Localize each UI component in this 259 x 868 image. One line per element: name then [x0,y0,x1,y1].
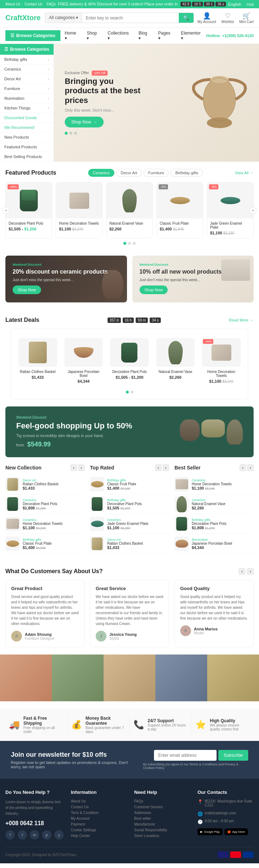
gallery-item[interactable] [104,655,155,701]
deal-card[interactable]: Natural Enamel Vase $2,260 [154,334,197,387]
sidebar-item-ceramics[interactable]: Ceramics› [0,64,54,74]
sidebar-item-recommended[interactable]: We Recommend! [0,123,54,132]
footer-link-help[interactable]: Help Center [71,834,127,838]
mini-product[interactable]: Decor Art Rattan Clothes Basket $1,433 [90,534,169,554]
hero-dot-1[interactable] [65,132,68,135]
testimonials-next-btn[interactable]: › [247,568,254,575]
next-btn[interactable]: › [249,207,256,214]
mini-product[interactable]: Decor Art Rattan Clothes Basket $1,433 [5,475,85,494]
nav-pages[interactable]: Pages ▾ [154,28,177,44]
footer-link-customer[interactable]: Customer Service [134,805,190,809]
browse-categories-btn[interactable]: ☰ Browse Categories [5,30,60,41]
footer-link-faq[interactable]: FAQs [134,799,190,803]
nav-collections[interactable]: Collections ▾ [103,28,134,44]
read-more-btn[interactable]: Read More → [229,318,254,322]
gallery-item[interactable] [155,655,207,701]
product-card[interactable]: -46% Decorative Plant Pots $1,505 - $1,2… [5,182,52,238]
mini-product[interactable]: Birthday gifts Decorative Plant Pots $1,… [90,494,169,514]
mini-product[interactable]: Ceramics Home Decoration Towels $1,100 $… [5,514,85,534]
footer-website[interactable]: craftxtradesign.com [205,811,236,815]
footer-link-social-responsibility[interactable]: Social Responsibility [134,828,190,832]
deal-card[interactable]: Japanese Porcelain Bowl $4,344 [63,334,105,387]
search-category-dropdown[interactable]: All categories ▾ [45,13,82,23]
hero-dot-3[interactable] [74,132,77,135]
dot[interactable] [128,242,131,245]
sidebar-item-birthday[interactable]: Birthday gifts› [0,55,54,64]
mini-product[interactable]: Ceramics Decorative Plant Pots $1,808 $1… [5,494,85,514]
mini-product[interactable]: Ceramics Home Decoration Towels $1,100 $… [174,475,254,494]
sidebar-item-featured[interactable]: Featured Products [0,142,54,152]
newsletter-subscribe-btn[interactable]: Subscribe [218,750,248,761]
sidebar-item-bestselling[interactable]: Best Selling Products [0,152,54,162]
newsletter-email-input[interactable] [154,750,217,761]
social-linkedin[interactable]: in [30,830,39,840]
hero-dot-2[interactable] [69,132,72,135]
product-card[interactable]: Natural Enamel Vase $2,260 [106,182,153,238]
tab-ceramics[interactable]: Ceramics [88,169,114,177]
col-next-btn[interactable]: › [247,464,254,471]
footer-link-manufacturer[interactable]: Manufacturer [134,822,190,826]
deal-card[interactable]: Decorative Plant Pots $1,505 - $1,200 [108,334,151,387]
wishlist-btn[interactable]: ♡ Wishlist [222,12,234,24]
language-selector[interactable]: English [228,2,241,6]
col-next-btn[interactable]: › [163,464,169,471]
sidebar-item-furniture[interactable]: Furniture› [0,84,54,94]
dot[interactable] [123,242,126,245]
social-pinterest[interactable]: p [42,830,51,840]
dot[interactable] [126,391,129,393]
prev-btn[interactable]: ‹ [3,207,10,214]
discount-shop-btn[interactable]: Shop Now [13,285,41,294]
gallery-item[interactable] [207,655,259,701]
app-store-badge[interactable]: 🍎 App Store [224,828,248,835]
footer-link-about[interactable]: About Us [71,799,127,803]
col-prev-btn[interactable]: ‹ [240,464,246,471]
deal-card[interactable]: Rattan Clothes Basket $1,433 [17,334,59,387]
view-all-btn[interactable]: View All → [235,171,254,175]
mini-product[interactable]: Birthday gifts Classic Fruit Plate $1,40… [5,534,85,554]
testimonials-prev-btn[interactable]: ‹ [239,568,245,575]
social-twitter[interactable]: t [18,830,27,840]
social-facebook[interactable]: f [5,830,15,840]
logo[interactable]: CraftXtore [5,14,41,22]
contact-link[interactable]: Contact Us [24,2,42,6]
mini-product[interactable]: Birthday gifts Decorative Plant Pots $1,… [174,514,254,534]
col-prev-btn[interactable]: ‹ [155,464,162,471]
nav-blog[interactable]: Blog ▾ [134,28,154,44]
hero-shop-btn[interactable]: Shop Now → [65,117,104,127]
tab-decor[interactable]: Decor Art [116,169,142,177]
mini-product[interactable]: Birthday gifts Classic Fruit Plate $1,40… [90,475,169,494]
nav-elementor[interactable]: Elementor ▾ [177,28,206,44]
about-link[interactable]: About Us [5,2,20,6]
footer-link-locations[interactable]: Store Locations [134,834,190,838]
mini-product[interactable]: Illumination Japanese Porcelain Bowl $4,… [174,534,254,554]
my-account-btn[interactable]: 👤 My Account [197,12,216,24]
sidebar-item-new[interactable]: New Products [0,132,54,142]
tab-birthday[interactable]: Birthday gifts [171,169,203,177]
product-card[interactable]: Home Decoration Towels $1,100 $3,240 [56,182,103,238]
sidebar-item-kitchen[interactable]: Kitchen Things› [0,103,54,113]
nav-shop[interactable]: Shop ▾ [82,28,103,44]
social-youtube[interactable]: y [54,830,64,840]
footer-link-addresses[interactable]: Addresses [134,811,190,815]
sidebar-item-decor[interactable]: Decor Art› [0,74,54,84]
product-card[interactable]: -0% Classic Fruit Plate $1,400 $1,945 [156,182,203,238]
footer-link-cookies[interactable]: Cookie Settings [71,828,127,832]
gallery-item[interactable] [0,655,52,701]
sidebar-item-discounted[interactable]: Discounted Goods [0,113,54,123]
currency-selector[interactable]: Usd [246,2,254,6]
search-button[interactable]: 🔍 [179,13,194,23]
gallery-item[interactable] [52,655,104,701]
deal-card[interactable]: -46% Home Decoration Towels $1,100 $3,24… [200,334,242,387]
cart-btn[interactable]: 🛒 Mini Cart [239,12,254,24]
tab-furniture[interactable]: Furniture [144,169,169,177]
discount-shop-btn[interactable]: Shop Now [140,285,168,294]
mini-product[interactable]: Ceramics Jade Green Enamel Plate $1,100 … [90,514,169,534]
dot[interactable] [131,391,133,393]
footer-link-bestseller[interactable]: Best seller [134,817,190,820]
col-next-btn[interactable]: › [78,464,85,471]
footer-link-payment[interactable]: Payment [71,822,127,826]
search-input[interactable] [82,13,178,23]
footer-link-contact[interactable]: Contact Us [71,805,127,809]
mini-product[interactable]: Ceramics Natural Enamel Vase $2,260 [174,494,254,514]
sidebar-item-illumination[interactable]: Illumination› [0,94,54,103]
